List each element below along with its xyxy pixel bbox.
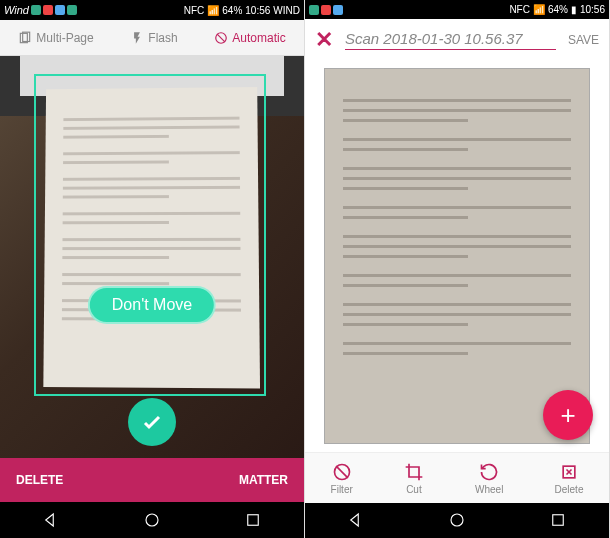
battery-label: 64% [222,5,242,16]
cut-button[interactable]: Cut [404,462,424,495]
detection-frame [34,74,266,396]
android-nav-bar [305,503,609,538]
crop-icon [404,462,424,482]
phone-right: NFC 📶 64% ▮ 10:56 ✕ Scan 2018-01-30 10.5… [305,0,610,538]
plus-icon: + [560,400,575,431]
multipage-label: Multi-Page [36,31,93,45]
svg-line-7 [336,466,348,478]
filter-label: Filter [331,484,353,495]
automatic-label: Automatic [232,31,285,45]
wheel-button[interactable]: Wheel [475,462,503,495]
status-icon [309,5,319,15]
camera-toolbar: Multi-Page Flash Automatic [0,20,304,56]
flash-icon [130,31,144,45]
back-icon[interactable] [42,511,60,529]
status-icon [321,5,331,15]
shutter-button[interactable] [128,398,176,446]
close-button[interactable]: ✕ [315,27,333,53]
flash-label: Flash [148,31,177,45]
scanned-document[interactable] [324,68,590,444]
delete-button[interactable]: DELETE [16,473,63,487]
rotate-icon [479,462,499,482]
camera-bottom-bar: DELETE MATTER [0,458,304,502]
signal-icon: 📶 [533,4,545,15]
checkmark-icon [140,410,164,434]
svg-line-3 [217,33,225,41]
matter-button[interactable]: MATTER [239,473,288,487]
status-bar: NFC 📶 64% ▮ 10:56 [305,0,609,19]
multipage-button[interactable]: Multi-Page [18,31,93,45]
home-icon[interactable] [143,511,161,529]
time-label: 10:56 [580,4,605,15]
status-icon [55,5,65,15]
time-label: 10:56 [245,5,270,16]
edit-bottom-bar: Filter Cut Wheel Delete [305,452,609,503]
status-icon [43,5,53,15]
carrier-right: WIND [273,5,300,16]
nfc-icon: NFC [509,4,530,15]
signal-icon: 📶 [207,5,219,16]
automatic-button[interactable]: Automatic [214,31,285,45]
status-icon [31,5,41,15]
wheel-label: Wheel [475,484,503,495]
home-icon[interactable] [448,511,466,529]
status-icon [333,5,343,15]
delete-icon [559,462,579,482]
scan-preview: + [305,60,609,452]
scan-title-input[interactable]: Scan 2018-01-30 10.56.37 [345,30,556,50]
filter-button[interactable]: Filter [331,462,353,495]
battery-label: 64% [548,4,568,15]
delete-button[interactable]: Delete [555,462,584,495]
camera-viewport: Don't Move [0,56,304,458]
recent-icon[interactable] [549,511,567,529]
back-icon[interactable] [347,511,365,529]
flash-button[interactable]: Flash [130,31,177,45]
delete-label: Delete [555,484,584,495]
filter-icon [332,462,352,482]
cut-label: Cut [406,484,422,495]
svg-rect-12 [553,515,564,526]
status-icon [67,5,77,15]
phone-left: Wind NFC 📶 64% 10:56 WIND Multi-Page Fla… [0,0,305,538]
android-nav-bar [0,502,304,538]
svg-rect-5 [248,515,259,526]
battery-icon: ▮ [571,4,577,15]
nfc-icon: NFC [184,5,205,16]
add-page-fab[interactable]: + [543,390,593,440]
edit-toolbar: ✕ Scan 2018-01-30 10.56.37 SAVE [305,19,609,60]
svg-point-4 [146,514,158,526]
dont-move-overlay: Don't Move [88,286,216,324]
save-button[interactable]: SAVE [568,33,599,47]
multipage-icon [18,31,32,45]
recent-icon[interactable] [244,511,262,529]
status-bar: Wind NFC 📶 64% 10:56 WIND [0,0,304,20]
automatic-icon [214,31,228,45]
svg-point-11 [451,514,463,526]
carrier-label: Wind [4,4,29,16]
